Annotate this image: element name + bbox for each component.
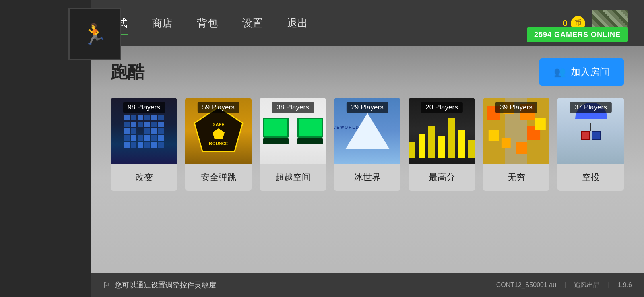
- main-content: 跑酷 👥 加入房间 98 Players: [91, 46, 644, 273]
- footer-left: ⚐ 您可以通过设置调整控件灵敏度: [103, 280, 216, 290]
- card-image-score: 20 Players: [409, 98, 475, 164]
- flag-icon: ⚐: [103, 280, 110, 290]
- nav-item-settings[interactable]: 设置: [242, 13, 263, 33]
- game-card-score[interactable]: 20 Players 最高分: [409, 98, 475, 191]
- footer-tip: 您可以通过设置调整控件灵敏度: [115, 280, 216, 290]
- players-badge-score: 20 Players: [421, 102, 462, 113]
- svg-text:BOUNCE: BOUNCE: [209, 141, 228, 146]
- footer-brand: 追风出品: [574, 281, 600, 289]
- players-badge-space: 38 Players: [272, 102, 314, 113]
- card-label-bounce: 安全弹跳: [185, 164, 252, 191]
- logo-icon: 🏃: [82, 23, 107, 46]
- card-label-airdrop: 空投: [557, 164, 624, 191]
- footer-right: CONT12_S50001 au | 追风出品 | 1.9.6: [496, 281, 632, 289]
- svg-rect-11: [502, 138, 511, 148]
- game-card-space[interactable]: 38 Players 超越空间: [260, 98, 326, 191]
- players-badge-ice: 29 Players: [346, 102, 388, 113]
- footer-divider-1: |: [564, 281, 566, 289]
- game-card-ice[interactable]: 29 Players ICEWORLD 冰世界: [334, 98, 400, 191]
- card-label-space: 超越空间: [260, 164, 326, 191]
- svg-rect-9: [489, 130, 499, 141]
- players-badge-infinite: 39 Players: [495, 102, 537, 113]
- game-card-gabian[interactable]: 98 Players: [111, 98, 177, 191]
- gamers-online-badge: 2594 GAMERS ONLINE: [527, 27, 628, 42]
- join-room-button[interactable]: 👥 加入房间: [539, 58, 624, 86]
- card-label-infinite: 无穷: [483, 164, 549, 191]
- card-label-score: 最高分: [409, 164, 475, 191]
- players-badge-bounce: 59 Players: [197, 102, 239, 113]
- players-badge-gabian: 98 Players: [123, 102, 165, 113]
- footer-server: CONT12_S50001 au: [496, 281, 556, 289]
- card-label-gabian: 改变: [111, 164, 177, 191]
- nav-item-shop[interactable]: 商店: [152, 13, 173, 33]
- game-card-bounce[interactable]: 59 Players SAFE BOUNCE 安全弹跳: [185, 98, 252, 191]
- nav-item-exit[interactable]: 退出: [287, 13, 308, 33]
- players-badge-airdrop: 37 Players: [570, 102, 611, 113]
- footer: ⚐ 您可以通过设置调整控件灵敏度 CONT12_S50001 au | 追风出品…: [91, 273, 644, 297]
- card-image-bounce: 59 Players SAFE BOUNCE: [185, 98, 252, 164]
- page-header: 跑酷 👥 加入房间: [111, 58, 624, 86]
- cards-grid: 98 Players: [111, 98, 624, 191]
- card-image-airdrop: 37 Players: [557, 98, 624, 164]
- page-title: 跑酷: [111, 61, 144, 83]
- coins-value: 0: [563, 18, 568, 29]
- nav-item-backpack[interactable]: 背包: [197, 13, 218, 33]
- footer-version: 1.9.6: [617, 281, 632, 289]
- footer-divider-2: |: [608, 281, 609, 289]
- svg-rect-13: [535, 118, 546, 130]
- logo-area: 🏃: [68, 8, 121, 60]
- nav-items: 模式 商店 背包 设置 退出: [107, 13, 563, 33]
- game-card-airdrop[interactable]: 37 Players 空投: [557, 98, 624, 191]
- svg-text:SAFE: SAFE: [213, 122, 224, 127]
- join-room-label: 加入房间: [571, 66, 609, 78]
- game-card-infinite[interactable]: 39 Players: [483, 98, 549, 191]
- card-image-infinite: 39 Players: [483, 98, 549, 164]
- card-image-gabian: 98 Players: [111, 98, 177, 164]
- svg-rect-12: [516, 142, 528, 154]
- card-image-ice: 29 Players ICEWORLD: [334, 98, 400, 164]
- join-icon: 👥: [554, 66, 566, 78]
- card-image-space: 38 Players: [260, 98, 326, 164]
- card-label-ice: 冰世界: [334, 164, 400, 191]
